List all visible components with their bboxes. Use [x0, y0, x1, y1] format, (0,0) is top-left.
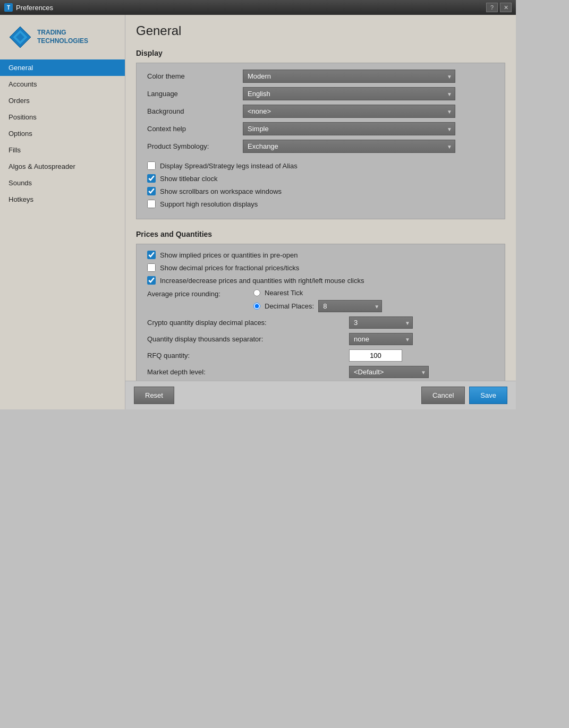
color-theme-select-wrapper[interactable]: Modern Classic Dark: [243, 70, 455, 83]
decimal-places-select-wrapper[interactable]: 8 1234 567910: [318, 300, 382, 312]
product-symbology-select[interactable]: Exchange TT Bloomberg: [243, 140, 455, 153]
rfq-row: RFQ quantity:: [147, 349, 494, 362]
titlebar: T Preferences ? ✕: [0, 0, 516, 15]
footer: Reset Cancel Save: [125, 381, 516, 409]
language-select[interactable]: English German French: [243, 87, 455, 100]
crypto-select[interactable]: 3 12456: [349, 316, 413, 329]
checkbox-scrollbars-row: Show scrollbars on workspace windows: [147, 187, 494, 195]
close-button[interactable]: ✕: [500, 3, 512, 12]
thousands-select[interactable]: none , .: [349, 333, 413, 345]
prices-section-header: Prices and Quantities: [136, 228, 505, 241]
language-label: Language: [147, 90, 243, 98]
radio-nearest-label: Nearest Tick: [265, 289, 303, 297]
background-label: Background: [147, 107, 243, 115]
checkbox-increase[interactable]: [147, 276, 156, 285]
avg-price-label: Average price rounding:: [147, 289, 253, 298]
context-help-select[interactable]: Simple Advanced None: [243, 122, 455, 135]
checkbox-highres-row: Support high resolution displays: [147, 200, 494, 208]
checkbox-scrollbars-label: Show scrollbars on workspace windows: [160, 187, 282, 195]
checkbox-increase-row: Increase/decrease prices and quantities …: [147, 276, 494, 285]
prices-section: Prices and Quantities Show implied price…: [136, 228, 505, 381]
checkbox-highres[interactable]: [147, 200, 156, 208]
background-row: Background <none>: [147, 105, 494, 118]
color-theme-row: Color theme Modern Classic Dark: [147, 70, 494, 83]
app-icon: T: [4, 3, 13, 12]
background-select-wrapper[interactable]: <none>: [243, 105, 455, 118]
thousands-select-wrapper[interactable]: none , .: [349, 333, 413, 345]
decimal-places-select[interactable]: 8 1234 567910: [318, 300, 382, 312]
market-depth-row: Market depth level: <Default> 123510: [147, 366, 494, 378]
crypto-row: Crypto quantity display decimal places: …: [147, 316, 494, 329]
footer-right-buttons: Cancel Save: [421, 387, 507, 404]
logo-line1: TRADING: [37, 29, 88, 37]
sidebar-item-sounds[interactable]: Sounds: [0, 175, 125, 191]
background-select[interactable]: <none>: [243, 105, 455, 118]
product-symbology-select-wrapper[interactable]: Exchange TT Bloomberg: [243, 140, 455, 153]
crypto-label: Crypto quantity display decimal places:: [147, 319, 349, 327]
checkbox-implied-row: Show implied prices or quantities in pre…: [147, 251, 494, 259]
checkbox-increase-label: Increase/decrease prices and quantities …: [160, 277, 364, 285]
sidebar-item-hotkeys[interactable]: Hotkeys: [0, 191, 125, 208]
color-theme-label: Color theme: [147, 72, 243, 80]
cancel-button[interactable]: Cancel: [421, 387, 465, 404]
checkbox-titlebar-row: Show titlebar clock: [147, 174, 494, 183]
language-row: Language English German French: [147, 87, 494, 100]
checkbox-spread[interactable]: [147, 161, 156, 170]
checkbox-implied[interactable]: [147, 251, 156, 259]
logo-line2: TECHNOLOGIES: [37, 37, 88, 46]
save-button[interactable]: Save: [469, 387, 507, 404]
checkbox-scrollbars[interactable]: [147, 187, 156, 195]
checkbox-highres-label: Support high resolution displays: [160, 200, 258, 208]
crypto-select-wrapper[interactable]: 3 12456: [349, 316, 413, 329]
context-help-select-wrapper[interactable]: Simple Advanced None: [243, 122, 455, 135]
sidebar-item-fills[interactable]: Fills: [0, 142, 125, 158]
page-title: General: [136, 23, 505, 38]
display-section: Display Color theme Modern Classic Dar: [136, 47, 505, 219]
checkbox-decimal[interactable]: [147, 263, 156, 272]
display-section-header: Display: [136, 47, 505, 59]
market-depth-select-wrapper[interactable]: <Default> 123510: [349, 366, 429, 378]
avg-price-row: Average price rounding: Nearest Tick Dec…: [147, 289, 494, 312]
rfq-label: RFQ quantity:: [147, 352, 349, 359]
svg-text:T: T: [7, 5, 10, 11]
radio-nearest[interactable]: [253, 289, 260, 296]
checkbox-decimal-label: Show decimal prices for fractional price…: [160, 264, 299, 272]
sidebar: TRADING TECHNOLOGIES General Accounts Or…: [0, 15, 125, 409]
checkbox-decimal-row: Show decimal prices for fractional price…: [147, 263, 494, 272]
thousands-row: Quantity display thousands separator: no…: [147, 333, 494, 345]
sidebar-item-options[interactable]: Options: [0, 125, 125, 142]
product-symbology-label: Product Symbology:: [147, 142, 243, 150]
tt-logo-icon: [9, 25, 32, 49]
sidebar-item-positions[interactable]: Positions: [0, 109, 125, 125]
color-theme-select[interactable]: Modern Classic Dark: [243, 70, 455, 83]
reset-button[interactable]: Reset: [134, 387, 174, 404]
checkbox-titlebar-label: Show titlebar clock: [160, 175, 217, 183]
sidebar-item-algos[interactable]: Algos & Autospreader: [0, 158, 125, 175]
market-depth-select[interactable]: <Default> 123510: [349, 366, 429, 378]
checkbox-titlebar[interactable]: [147, 174, 156, 183]
checkbox-implied-label: Show implied prices or quantities in pre…: [160, 251, 298, 259]
market-depth-label: Market depth level:: [147, 368, 349, 376]
logo-area: TRADING TECHNOLOGIES: [0, 20, 125, 59]
sidebar-item-orders[interactable]: Orders: [0, 92, 125, 109]
window-title: Preferences: [16, 4, 53, 12]
content-area: General Display Color theme Modern: [125, 15, 516, 381]
rfq-input[interactable]: [349, 349, 402, 362]
radio-decimal-label: Decimal Places:: [265, 302, 314, 310]
display-section-body: Color theme Modern Classic Dark: [136, 63, 505, 219]
thousands-label: Quantity display thousands separator:: [147, 335, 349, 343]
radio-nearest-option: Nearest Tick: [253, 289, 382, 297]
prices-section-body: Show implied prices or quantities in pre…: [136, 244, 505, 381]
sidebar-item-accounts[interactable]: Accounts: [0, 76, 125, 92]
checkbox-spread-row: Display Spread/Strategy legs instead of …: [147, 161, 494, 170]
checkbox-spread-label: Display Spread/Strategy legs instead of …: [160, 162, 298, 170]
help-button[interactable]: ?: [486, 3, 498, 12]
context-help-label: Context help: [147, 125, 243, 133]
context-help-row: Context help Simple Advanced None: [147, 122, 494, 135]
sidebar-item-general[interactable]: General: [0, 59, 125, 76]
language-select-wrapper[interactable]: English German French: [243, 87, 455, 100]
radio-decimal-option: Decimal Places: 8 1234 567910: [253, 300, 382, 312]
avg-price-options: Nearest Tick Decimal Places: 8 1234: [253, 289, 382, 312]
radio-decimal[interactable]: [253, 303, 260, 310]
product-symbology-row: Product Symbology: Exchange TT Bloomberg: [147, 140, 494, 153]
